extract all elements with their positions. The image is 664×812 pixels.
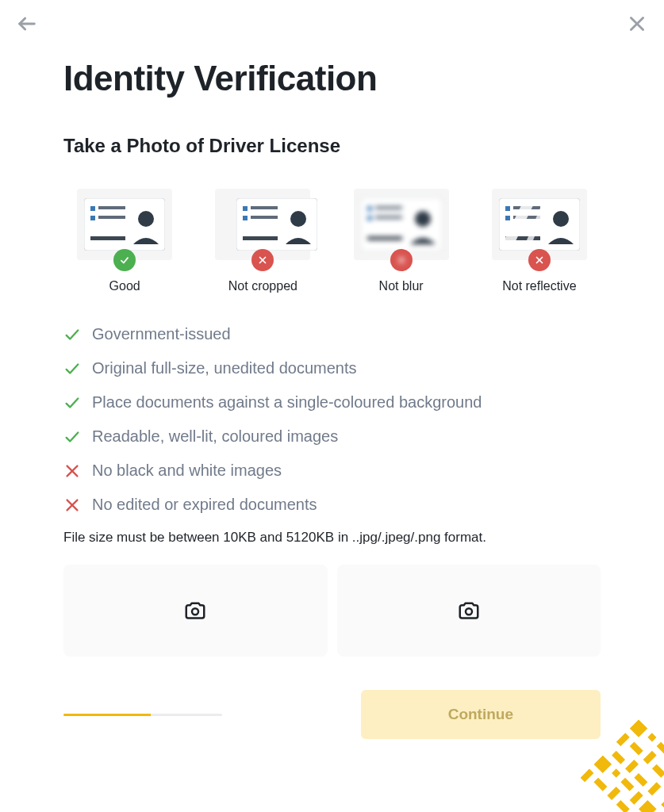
id-card-icon <box>499 198 580 251</box>
x-badge <box>251 249 274 271</box>
guideline-item: Government-issued <box>63 325 601 343</box>
svg-point-44 <box>466 608 472 615</box>
svg-rect-59 <box>661 800 664 812</box>
guideline-item: Original full-size, unedited documents <box>63 359 601 377</box>
x-icon <box>63 462 81 480</box>
x-badge <box>528 249 551 271</box>
page-title: Identity Verification <box>63 59 601 98</box>
example-good: Good <box>63 189 186 293</box>
svg-rect-7 <box>98 216 125 219</box>
svg-rect-62 <box>620 778 634 791</box>
svg-rect-21 <box>375 206 402 209</box>
svg-point-25 <box>415 211 431 227</box>
svg-rect-56 <box>625 760 639 773</box>
example-card <box>215 189 310 260</box>
back-button[interactable] <box>14 11 40 36</box>
svg-rect-64 <box>639 800 657 812</box>
x-icon <box>63 496 81 514</box>
svg-rect-58 <box>647 782 661 795</box>
check-icon <box>63 360 81 377</box>
example-label: Good <box>109 279 140 293</box>
guideline-text: No edited or expired documents <box>92 496 317 514</box>
guideline-item: Readable, well-lit, coloured images <box>63 427 601 446</box>
camera-icon <box>457 599 481 622</box>
example-label: Not reflective <box>502 279 576 293</box>
svg-rect-63 <box>630 791 643 805</box>
examples-row: Good Not cropped <box>63 189 601 293</box>
upload-slot-front[interactable] <box>63 565 328 657</box>
check-icon <box>63 428 81 446</box>
progress-fill <box>63 714 151 716</box>
check-icon <box>63 394 81 412</box>
example-card <box>77 189 172 260</box>
upload-row <box>63 565 601 657</box>
svg-rect-12 <box>251 206 278 209</box>
svg-rect-52 <box>643 751 657 764</box>
page-subtitle: Take a Photo of Driver License <box>63 135 601 157</box>
svg-rect-14 <box>251 216 278 219</box>
guidelines-list: Government-issued Original full-size, un… <box>63 325 601 514</box>
svg-rect-57 <box>634 773 647 787</box>
svg-rect-5 <box>98 206 125 209</box>
svg-rect-11 <box>243 206 248 211</box>
example-label: Not cropped <box>228 279 297 293</box>
svg-rect-51 <box>630 741 643 755</box>
id-card-icon <box>84 198 165 251</box>
check-badge <box>113 249 136 271</box>
id-card-icon <box>361 198 442 251</box>
check-icon <box>63 326 81 343</box>
svg-point-34 <box>553 211 569 227</box>
svg-rect-13 <box>243 216 248 220</box>
progress-bar <box>63 714 222 716</box>
svg-rect-4 <box>90 206 95 211</box>
example-not-blur: Not blur <box>340 189 462 293</box>
example-not-reflective: Not reflective <box>478 189 601 293</box>
svg-point-43 <box>192 608 198 615</box>
svg-rect-47 <box>657 741 664 755</box>
continue-button[interactable]: Continue <box>361 690 601 739</box>
svg-rect-24 <box>367 236 402 240</box>
svg-rect-53 <box>652 764 664 778</box>
svg-point-9 <box>138 211 154 227</box>
close-button[interactable] <box>624 11 650 36</box>
file-requirements: File size must be between 10KB and 5120K… <box>63 530 601 546</box>
svg-rect-20 <box>367 206 372 211</box>
svg-rect-23 <box>375 216 402 219</box>
svg-rect-68 <box>616 800 630 812</box>
example-label: Not blur <box>379 279 424 293</box>
svg-rect-65 <box>580 768 593 782</box>
id-card-icon <box>236 198 317 251</box>
svg-rect-55 <box>612 751 625 764</box>
guideline-text: Readable, well-lit, coloured images <box>92 427 338 446</box>
svg-point-16 <box>290 211 306 227</box>
x-badge <box>390 249 413 271</box>
example-card <box>354 189 449 260</box>
guideline-text: Place documents against a single-coloure… <box>92 393 482 412</box>
example-card <box>492 189 587 260</box>
svg-rect-15 <box>243 236 278 240</box>
svg-rect-6 <box>90 216 95 220</box>
svg-rect-66 <box>593 778 607 791</box>
guideline-text: No black and white images <box>92 462 282 480</box>
svg-rect-31 <box>505 216 510 220</box>
guideline-text: Original full-size, unedited documents <box>92 359 357 377</box>
svg-rect-29 <box>505 206 510 211</box>
guideline-item: No edited or expired documents <box>63 496 601 514</box>
guideline-text: Government-issued <box>92 325 231 343</box>
example-not-cropped: Not cropped <box>202 189 324 293</box>
svg-rect-61 <box>612 768 620 777</box>
camera-icon <box>183 599 207 622</box>
svg-rect-8 <box>90 236 125 240</box>
guideline-item: No black and white images <box>63 462 601 480</box>
svg-rect-22 <box>367 216 372 220</box>
svg-rect-67 <box>607 787 620 800</box>
guideline-item: Place documents against a single-coloure… <box>63 393 601 412</box>
upload-slot-back[interactable] <box>337 565 601 657</box>
